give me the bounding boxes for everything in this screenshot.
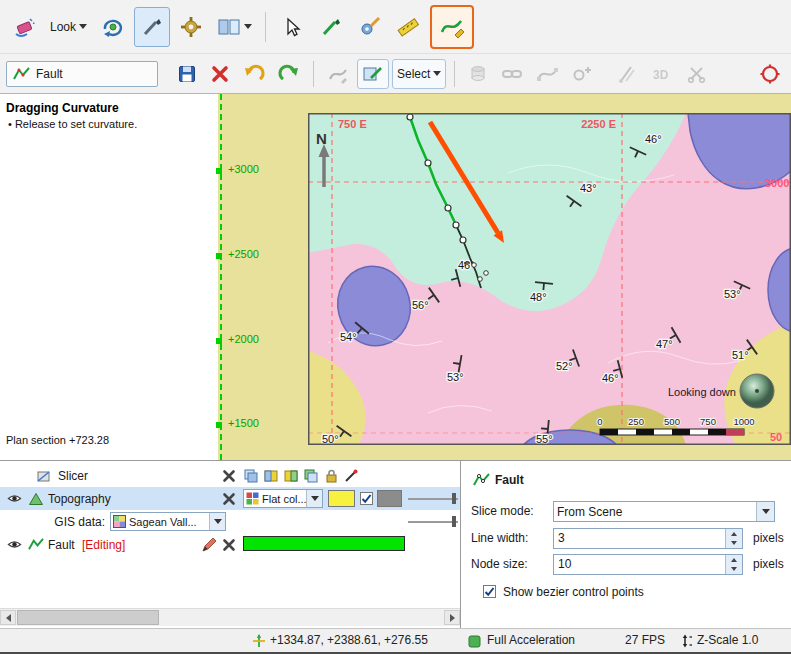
scene-list-panel: Slicer — [0, 460, 460, 628]
swap-sides-icon[interactable] — [303, 468, 319, 484]
bezier-checkbox[interactable] — [483, 585, 496, 598]
topography-checkbox[interactable] — [360, 492, 373, 505]
svg-text:53°: 53° — [447, 371, 464, 383]
layer-row-slicer[interactable]: Slicer — [0, 464, 460, 487]
select-pointer-button[interactable] — [274, 7, 310, 47]
edit-tools-button[interactable] — [352, 7, 388, 47]
edited-object-combo[interactable]: Fault — [6, 61, 158, 87]
topography-color-swatch[interactable] — [328, 490, 355, 507]
delete-button[interactable] — [205, 59, 235, 89]
cut-button-disabled[interactable] — [682, 59, 712, 89]
spin-buttons[interactable] — [725, 529, 742, 548]
copy-front-icon[interactable] — [263, 468, 279, 484]
remove-slicer-button[interactable] — [221, 468, 237, 484]
node-size-spinbox[interactable]: 10 — [553, 554, 743, 575]
svg-text:53°: 53° — [724, 288, 741, 300]
look-dropdown[interactable]: Look — [45, 7, 92, 47]
locate-object-button[interactable] — [754, 59, 786, 89]
redo-icon — [278, 64, 300, 84]
geology-map[interactable]: 750 E 2250 E 3000 50 N — [308, 113, 791, 445]
3d-mode-button-disabled[interactable]: 3D — [645, 59, 679, 89]
scrollbar-thumb[interactable] — [17, 610, 159, 625]
draw-polyline-button-disabled[interactable] — [322, 59, 354, 89]
acceleration-icon — [468, 635, 481, 648]
select-mode-dropdown[interactable]: Select — [392, 59, 446, 89]
edit-toolbar: Fault — [0, 54, 791, 94]
svg-text:3D: 3D — [653, 68, 669, 82]
topography-style-value: Flat col... — [259, 493, 306, 505]
draw-plane-line-button[interactable] — [134, 7, 170, 47]
copy-slicer-icon[interactable] — [243, 468, 259, 484]
properties-header: Fault — [461, 471, 791, 493]
bezier-checkbox-label: Show bezier control points — [503, 585, 644, 599]
green-pen-icon — [320, 16, 342, 38]
copy-back-icon[interactable] — [283, 468, 299, 484]
gis-data-dropdown[interactable]: Sagean Vall... — [110, 512, 226, 531]
add-node-button-disabled[interactable] — [566, 59, 596, 89]
scene-properties-button[interactable] — [173, 7, 209, 47]
redo-button[interactable] — [273, 59, 305, 89]
dropdown-caret — [756, 502, 774, 521]
edit-pencil-icon[interactable] — [201, 537, 217, 553]
lock-icon[interactable] — [323, 468, 339, 484]
topography-opacity-slider[interactable] — [408, 495, 458, 503]
remove-topography-button[interactable] — [221, 491, 237, 507]
grid-label-3000: 3000 — [765, 177, 789, 189]
svg-text:250: 250 — [628, 416, 644, 427]
draw-line-button[interactable] — [313, 7, 349, 47]
layer-row-fault[interactable]: Fault [Editing] — [0, 533, 460, 556]
split-view-dropdown[interactable] — [212, 7, 257, 47]
select-label: Select — [397, 67, 430, 81]
node-size-value[interactable]: 10 — [554, 555, 725, 574]
draw-curve-tool-button[interactable] — [430, 5, 474, 49]
line-width-spinbox[interactable]: 3 — [553, 528, 743, 549]
curve-segment-button-disabled[interactable] — [531, 59, 563, 89]
spin-buttons[interactable] — [725, 555, 742, 574]
line-width-value[interactable]: 3 — [554, 529, 725, 548]
gis-data-label: GIS data: — [50, 515, 105, 529]
extrude-button-disabled[interactable] — [463, 59, 493, 89]
layers-horizontal-scrollbar[interactable] — [0, 608, 460, 626]
visibility-eye-icon[interactable] — [6, 537, 23, 552]
check-icon — [484, 586, 495, 597]
undo-button[interactable] — [238, 59, 270, 89]
fault-color-bar[interactable] — [243, 536, 405, 551]
svg-text:47°: 47° — [656, 338, 673, 350]
application-window: Look — [0, 0, 791, 654]
acceleration-status: Full Acceleration — [487, 633, 575, 647]
svg-text:46°: 46° — [602, 372, 619, 384]
grid-label-750e: 750 E — [338, 118, 367, 130]
normals-button-disabled[interactable] — [612, 59, 642, 89]
svg-text:50°: 50° — [322, 433, 339, 445]
draw-mode-button[interactable] — [357, 59, 389, 89]
clear-scene-button[interactable] — [6, 7, 42, 47]
remove-fault-button[interactable] — [221, 537, 237, 553]
cylinder-icon — [468, 64, 488, 84]
north-label: N — [316, 130, 327, 147]
gis-opacity-slider[interactable] — [408, 518, 458, 526]
undo-icon — [243, 64, 265, 84]
scroll-left-button[interactable] — [0, 610, 16, 625]
slice-mode-value: From Scene — [554, 505, 756, 519]
slice-mode-dropdown[interactable]: From Scene — [553, 501, 775, 522]
measure-button[interactable] — [391, 7, 427, 47]
looking-down-label: Looking down — [668, 386, 736, 398]
save-button[interactable] — [172, 59, 202, 89]
axis-label: +2500 — [228, 248, 259, 260]
layer-label: Slicer — [58, 469, 88, 483]
editing-status-badge: [Editing] — [82, 538, 125, 552]
scene-viewport[interactable]: +3000 +2500 +2000 +1500 — [0, 94, 791, 460]
svg-text:51°: 51° — [732, 349, 749, 361]
camera-interactions-button[interactable] — [95, 7, 131, 47]
coordinates-icon — [252, 634, 266, 648]
topography-style-dropdown[interactable]: Flat col... — [243, 489, 323, 508]
layer-row-gis[interactable]: GIS data: Sagean Vall... — [0, 510, 460, 533]
gis-map-icon — [113, 515, 126, 528]
scroll-right-button[interactable] — [444, 610, 460, 625]
layer-row-topography[interactable]: Topography Flat col... — [0, 487, 460, 510]
topography-secondary-swatch[interactable] — [377, 490, 402, 507]
visibility-eye-icon[interactable] — [6, 491, 23, 506]
adjust-slicer-icon[interactable] — [343, 468, 359, 484]
svg-text:43°: 43° — [580, 182, 597, 194]
join-nodes-button-disabled[interactable] — [496, 59, 528, 89]
